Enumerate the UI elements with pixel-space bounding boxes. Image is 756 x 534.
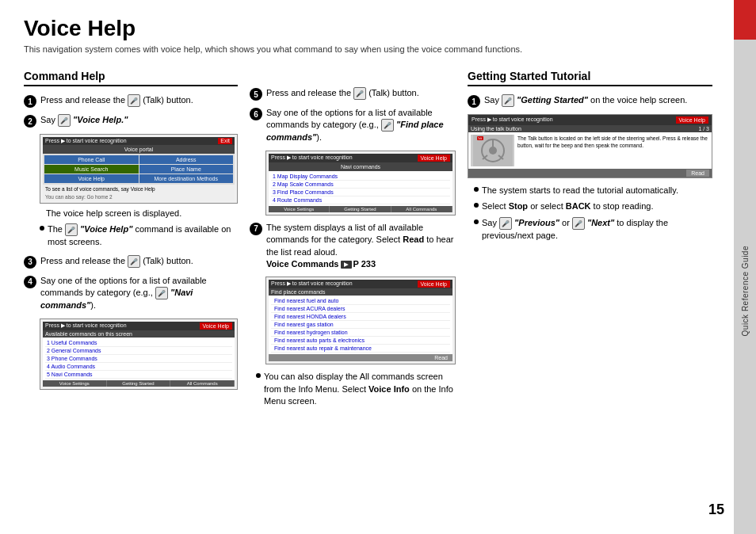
tutorial-page: 1 / 3 (698, 126, 709, 132)
navi-row-3: 3 Find Place Commands (271, 189, 450, 196)
step-4: 4 Say one of the options for a list of a… (24, 275, 238, 312)
tutorial-body: Talk The Talk button is located on the l… (468, 132, 712, 169)
talk-icon-9: 🎤 (499, 217, 512, 230)
talk-icon-7: 🎤 (381, 119, 394, 132)
fp-row-5: Find nearest hydrogen station (271, 329, 450, 337)
next-quote: "Next" (587, 218, 614, 227)
tutorial-title: Using the talk button (471, 126, 521, 132)
step-6-content: Say one of the options for a list of ava… (266, 107, 456, 144)
step-7-content: The system displays a list of all availa… (266, 222, 456, 271)
tutorial-header-left: Press ▶ to start voice recognition (472, 116, 553, 124)
fp-row-2: Find nearest ACURA dealers (271, 305, 450, 313)
screen-header-portal: Press ▶ to start voice recognition Exit (43, 137, 235, 145)
page-subtitle: This navigation system comes with voice … (24, 44, 712, 54)
find-place-screen: Press ▶ to start voice recognition Voice… (265, 277, 456, 364)
side-tab-red (734, 0, 756, 40)
tutorial-car-image: Talk (471, 135, 514, 166)
find-place-read-btn[interactable]: Read (269, 354, 452, 361)
avail-row-3: 3 Phone Commands (45, 355, 232, 363)
tutorial-text: The Talk button is located on the left s… (517, 135, 709, 166)
available-screen-body: 1 Useful Commands 2 General Commands 3 P… (43, 338, 235, 380)
voice-portal-screen: Press ▶ to start voice recognition Exit … (40, 134, 238, 204)
car-svg: Talk (473, 135, 513, 166)
screen-portal-grid: Phone Call Address Music Search Place Na… (43, 154, 235, 185)
available-screen-header: Press ▶ to start voice recognition Voice… (43, 322, 235, 330)
talk-icon-10: 🎤 (572, 217, 585, 230)
read-label: Read (403, 235, 424, 244)
navi-footer-tab-getting-started: Getting Started (330, 206, 391, 212)
tutorial-header-right: Voice Help (676, 116, 708, 124)
navi-footer-tab-all-commands: All Commands (391, 206, 452, 212)
stop-label: Stop (509, 201, 528, 211)
fp-row-4: Find nearest gas station (271, 321, 450, 329)
step-3: 3 Press and release the 🎤 (Talk) button. (24, 255, 238, 269)
back-label: BACK (566, 201, 591, 211)
gs-bullet-content-3: Say 🎤 "Previous" or 🎤 "Next" to display … (482, 217, 712, 242)
gs-step-1-number: 1 (468, 95, 480, 108)
avail-row-2: 2 General Commands (45, 347, 232, 355)
page-title: Voice Help (24, 16, 712, 41)
navi-screen-footer: Voice Settings Getting Started All Comma… (269, 206, 452, 212)
navi-screen-body: 1 Map Display Commands 2 Map Scale Comma… (269, 171, 452, 206)
step-6-quote: "Find place commands" (266, 120, 444, 142)
avail-row-4: 4 Audio Commands (45, 363, 232, 371)
side-tab-text: Quick Reference Guide (741, 246, 750, 336)
step-7: 7 The system displays a list of all avai… (250, 222, 456, 271)
footer-tab-getting-started: Getting Started (107, 380, 171, 387)
step-1: 1 Press and release the 🎤 (Talk) button. (24, 94, 238, 108)
talk-icon-6: 🎤 (353, 87, 366, 100)
page-container: Voice Help This navigation system comes … (0, 0, 756, 534)
talk-icon-3: 🎤 (65, 223, 78, 236)
find-place-body: Find nearest fuel and auto Find nearest … (269, 296, 452, 354)
step-3-talk-label: (Talk) (143, 256, 164, 265)
step-1-number: 1 (24, 95, 36, 108)
tutorial-read-btn[interactable]: Read (686, 170, 709, 177)
step-4-number: 4 (24, 276, 36, 288)
step-4-quote: "Navi commands" (40, 288, 193, 310)
step-5: 5 Press and release the 🎤 (Talk) button. (250, 87, 456, 101)
bullet-text-1: The voice help screen is displayed. (30, 208, 181, 219)
navi-screen-header: Press ▶ to start voice recognition Voice… (269, 154, 452, 162)
command-help-header: Command Help (24, 70, 238, 86)
footer-tab-settings: Voice Settings (43, 380, 107, 387)
read-btn-label: Read (430, 354, 452, 361)
bullet-dot-2 (256, 373, 261, 378)
gs-bullet-2: Select Stop or select BACK to stop readi… (468, 200, 712, 212)
navi-row-2: 2 Map Scale Commands (271, 181, 450, 189)
step-5-number: 5 (250, 88, 262, 101)
tutorial-read-area: Read (468, 169, 712, 177)
voice-commands-link: Voice Commands ▶ P 233 (266, 258, 376, 270)
bullet-dot-1 (40, 226, 44, 231)
navi-row-1: 1 Map Display Commands (271, 173, 450, 181)
bullet-content-1: The 🎤 "Voice Help" command is available … (48, 223, 238, 248)
talk-icon-5: 🎤 (155, 287, 168, 299)
available-header-right: Voice Help (200, 322, 232, 330)
fp-row-6: Find nearest auto parts & electronics (271, 337, 450, 345)
bullet-content-2: You can also display the All commands sc… (264, 371, 456, 407)
portal-cell-2: Address (139, 155, 234, 164)
previous-quote: "Previous" (514, 218, 559, 227)
find-place-title: Find place commands (269, 288, 452, 296)
gs-step-1-content: Say 🎤 "Getting Started" on the voice hel… (484, 94, 687, 107)
step-1-content: Press and release the 🎤 (Talk) button. (40, 94, 193, 107)
columns-layout: Command Help 1 Press and release the 🎤 (… (24, 70, 712, 509)
step-2-content: Say 🎤 "Voice Help." (40, 114, 128, 127)
gs-step-1-quote: "Getting Started" (517, 95, 588, 105)
voice-info-label: Voice Info (368, 384, 410, 394)
screen-portal-title: Voice portal (43, 145, 235, 154)
getting-started-header: Getting Started Tutorial (468, 70, 712, 86)
voice-help-quote: "Voice Help" (80, 224, 132, 234)
portal-cell-5: Voice Help (44, 174, 139, 183)
step-7-number: 7 (250, 223, 262, 235)
fp-row-3: Find nearest HONDA dealers (271, 313, 450, 321)
command-help-column: Command Help 1 Press and release the 🎤 (… (24, 70, 238, 509)
gs-bullet-dot-2 (474, 203, 479, 208)
middle-column: 5 Press and release the 🎤 (Talk) button.… (250, 70, 456, 509)
step-2-quote: "Voice Help." (73, 115, 128, 124)
step-3-content: Press and release the 🎤 (Talk) button. (40, 255, 193, 268)
gs-bullet-content-1: The system starts to read the tutorial a… (482, 185, 678, 196)
page-number: 15 (708, 502, 724, 518)
fp-row-7: Find nearest auto repair & maintenance (271, 345, 450, 353)
svg-text:Talk: Talk (478, 137, 483, 140)
arrow-icon: ▶ (341, 261, 352, 269)
